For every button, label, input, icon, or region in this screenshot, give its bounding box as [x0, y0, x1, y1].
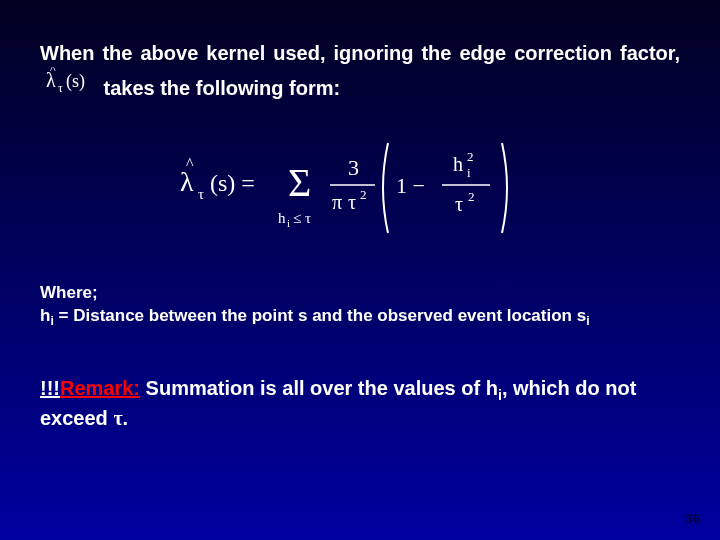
remark-block: !!!Remark: Summation is all over the val…: [40, 375, 680, 432]
svg-text:h: h: [278, 210, 286, 226]
remark-tau: τ: [113, 407, 122, 429]
svg-text:2: 2: [468, 189, 475, 204]
where-h: h: [40, 306, 50, 325]
svg-text:i: i: [287, 217, 290, 229]
remark-prefix: !!!: [40, 377, 60, 399]
where-label: Where;: [40, 282, 680, 305]
remark-text-a: Summation is all over the values of h: [140, 377, 498, 399]
main-formula: ^ λ τ (s) = Σ h i ≤ τ 3 π τ 2 1 − h 2 i: [40, 133, 680, 247]
where-block: Where; hi = Distance between the point s…: [40, 282, 680, 330]
svg-text:τ: τ: [58, 81, 63, 95]
paragraph-1: When the above kernel used, ignoring the…: [40, 40, 680, 103]
inline-lambda-expr: ^ λ τ (s): [40, 75, 104, 100]
svg-text:(s) =: (s) =: [210, 170, 255, 196]
svg-text:(s): (s): [66, 71, 85, 92]
svg-text:3: 3: [348, 155, 359, 180]
inline-lambda-svg: ^ λ τ (s): [46, 67, 92, 95]
remark-text-e: .: [123, 407, 129, 429]
svg-text:τ: τ: [198, 186, 204, 202]
formula-svg: ^ λ τ (s) = Σ h i ≤ τ 3 π τ 2 1 − h 2 i: [170, 133, 550, 243]
where-s-sub: i: [586, 314, 589, 328]
where-definition: hi = Distance between the point s and th…: [40, 305, 680, 330]
page-number: 36: [686, 511, 700, 526]
where-text: = Distance between the point s and the o…: [54, 306, 586, 325]
remark-word: Remark:: [60, 377, 140, 399]
svg-text:λ: λ: [180, 166, 194, 197]
svg-text:Σ: Σ: [288, 160, 311, 205]
svg-text:i: i: [467, 165, 471, 180]
svg-text:2: 2: [360, 187, 367, 202]
svg-text:τ: τ: [455, 193, 463, 215]
para1-text-a: When the above kernel used, ignoring the…: [40, 42, 680, 64]
para1-text-b: takes the following form:: [104, 77, 341, 99]
svg-text:π: π: [332, 191, 342, 213]
svg-text:2: 2: [467, 149, 474, 164]
slide-content: When the above kernel used, ignoring the…: [0, 0, 720, 472]
svg-text:≤ τ: ≤ τ: [293, 210, 311, 226]
svg-text:λ: λ: [46, 69, 56, 91]
svg-text:h: h: [453, 153, 463, 175]
svg-text:1 −: 1 −: [396, 173, 425, 198]
svg-text:τ: τ: [348, 191, 356, 213]
